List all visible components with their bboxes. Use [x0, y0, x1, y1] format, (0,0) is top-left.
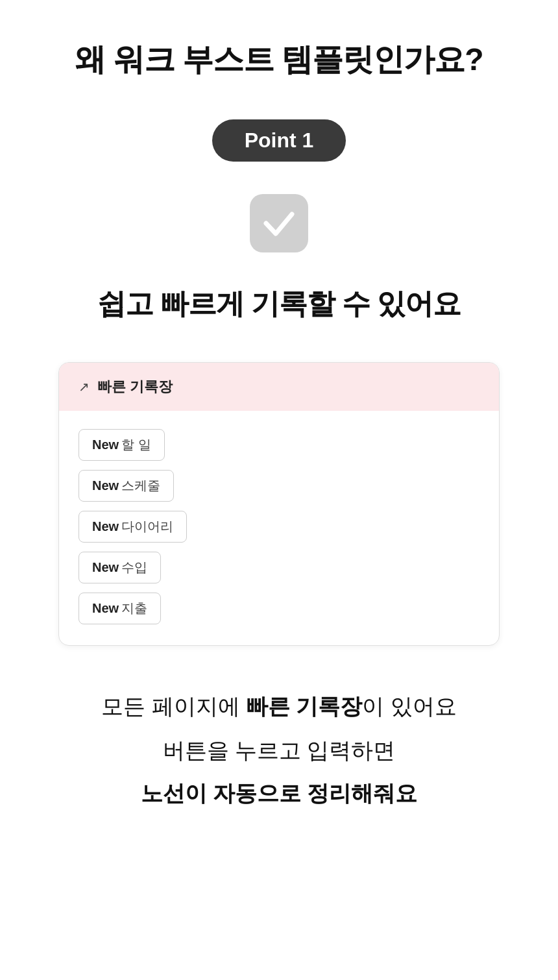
- new-button-diary[interactable]: New 다이어리: [79, 511, 187, 543]
- item-label-schedule: 스케줄: [121, 477, 160, 495]
- desc-highlight-2: 노선이 자동으로 정리: [141, 781, 352, 805]
- desc-highlight-1: 빠른 기록장: [246, 694, 362, 718]
- new-label-schedule: New: [92, 478, 119, 493]
- description-block: 모든 페이지에 빠른 기록장이 있어요 버튼을 누르고 입력하면 노선이 자동으…: [101, 691, 457, 809]
- desc-line-2: 버튼을 누르고 입력하면: [163, 735, 396, 766]
- panel-header-title: 빠른 기록장: [97, 377, 173, 397]
- item-label-diary: 다이어리: [121, 518, 173, 535]
- new-label-income: New: [92, 560, 119, 575]
- desc-line-3: 노선이 자동으로 정리해줘요: [141, 779, 418, 809]
- main-title: 왜 워크 부스트 템플릿인가요?: [75, 39, 483, 80]
- item-label-expense: 지출: [121, 600, 147, 617]
- new-label-expense: New: [92, 601, 119, 616]
- quick-record-panel: ↗ 빠른 기록장 New 할 일 New 스케줄 New 다이어리 New 수입…: [58, 362, 500, 646]
- new-label-todo: New: [92, 437, 119, 452]
- panel-body: New 할 일 New 스케줄 New 다이어리 New 수입 New 지출: [59, 411, 499, 645]
- new-label-diary: New: [92, 519, 119, 534]
- sub-title: 쉽고 빠르게 기록할 수 있어요: [97, 285, 461, 323]
- panel-header-icon: ↗: [79, 379, 90, 395]
- checkmark-icon: [250, 194, 308, 252]
- item-label-income: 수입: [121, 559, 147, 576]
- point-badge: Point 1: [212, 119, 346, 162]
- new-button-todo[interactable]: New 할 일: [79, 429, 165, 461]
- new-button-income[interactable]: New 수입: [79, 552, 161, 583]
- new-button-expense[interactable]: New 지출: [79, 593, 161, 624]
- item-label-todo: 할 일: [121, 436, 151, 454]
- panel-header: ↗ 빠른 기록장: [59, 363, 499, 411]
- desc-line-1: 모든 페이지에 빠른 기록장이 있어요: [101, 691, 457, 722]
- new-button-schedule[interactable]: New 스케줄: [79, 470, 174, 502]
